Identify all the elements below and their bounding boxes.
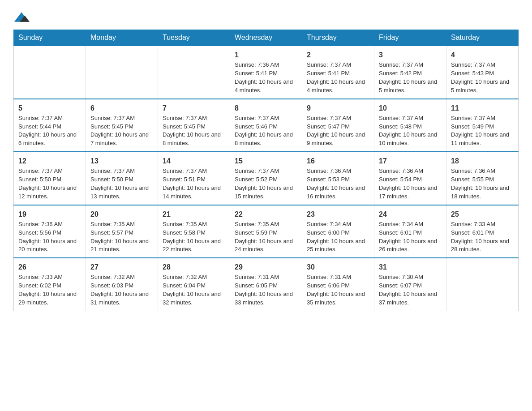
calendar-cell: 5Sunrise: 7:37 AMSunset: 5:44 PMDaylight… (14, 99, 86, 152)
calendar-cell: 6Sunrise: 7:37 AMSunset: 5:45 PMDaylight… (86, 99, 158, 152)
calendar-cell (158, 46, 230, 99)
calendar-cell: 7Sunrise: 7:37 AMSunset: 5:45 PMDaylight… (158, 99, 230, 152)
day-number: 11 (451, 103, 514, 113)
weekday-header-thursday: Thursday (302, 30, 374, 46)
calendar-cell: 27Sunrise: 7:32 AMSunset: 6:03 PMDayligh… (86, 258, 158, 311)
calendar-cell: 8Sunrise: 7:37 AMSunset: 5:46 PMDaylight… (230, 99, 302, 152)
day-number: 29 (235, 262, 297, 272)
day-number: 19 (18, 209, 81, 219)
calendar-cell: 30Sunrise: 7:31 AMSunset: 6:06 PMDayligh… (302, 258, 374, 311)
day-number: 27 (90, 262, 153, 272)
day-number: 16 (307, 156, 369, 166)
calendar-cell (446, 258, 519, 311)
calendar-cell: 19Sunrise: 7:36 AMSunset: 5:56 PMDayligh… (14, 205, 86, 258)
day-number: 22 (235, 209, 297, 219)
calendar-cell: 9Sunrise: 7:37 AMSunset: 5:47 PMDaylight… (302, 99, 374, 152)
calendar-cell: 21Sunrise: 7:35 AMSunset: 5:58 PMDayligh… (158, 205, 230, 258)
day-number: 28 (163, 262, 225, 272)
day-number: 20 (90, 209, 153, 219)
calendar-table: SundayMondayTuesdayWednesdayThursdayFrid… (13, 30, 519, 311)
week-row-1: 1Sunrise: 7:36 AMSunset: 5:41 PMDaylight… (14, 46, 519, 99)
calendar-cell: 13Sunrise: 7:37 AMSunset: 5:50 PMDayligh… (86, 152, 158, 205)
page-header (13, 9, 519, 25)
day-number: 7 (163, 103, 225, 113)
day-number: 13 (90, 156, 153, 166)
calendar-cell: 24Sunrise: 7:34 AMSunset: 6:01 PMDayligh… (374, 205, 446, 258)
calendar-cell: 20Sunrise: 7:35 AMSunset: 5:57 PMDayligh… (86, 205, 158, 258)
day-number: 30 (307, 262, 369, 272)
day-number: 15 (235, 156, 297, 166)
day-number: 21 (163, 209, 225, 219)
day-number: 12 (18, 156, 81, 166)
calendar-cell: 29Sunrise: 7:31 AMSunset: 6:05 PMDayligh… (230, 258, 302, 311)
calendar-cell: 22Sunrise: 7:35 AMSunset: 5:59 PMDayligh… (230, 205, 302, 258)
calendar-cell: 18Sunrise: 7:36 AMSunset: 5:55 PMDayligh… (446, 152, 519, 205)
day-number: 10 (379, 103, 442, 113)
calendar-cell: 11Sunrise: 7:37 AMSunset: 5:49 PMDayligh… (446, 99, 519, 152)
calendar-cell: 3Sunrise: 7:37 AMSunset: 5:42 PMDaylight… (374, 46, 446, 99)
calendar-cell: 25Sunrise: 7:33 AMSunset: 6:01 PMDayligh… (446, 205, 519, 258)
day-number: 18 (451, 156, 514, 166)
day-number: 5 (18, 103, 81, 113)
weekday-header-monday: Monday (86, 30, 158, 46)
calendar-cell: 17Sunrise: 7:36 AMSunset: 5:54 PMDayligh… (374, 152, 446, 205)
weekday-header-wednesday: Wednesday (230, 30, 302, 46)
day-number: 1 (235, 50, 297, 60)
logo (13, 9, 32, 25)
calendar-cell (14, 46, 86, 99)
day-number: 9 (307, 103, 369, 113)
weekday-header-saturday: Saturday (446, 30, 519, 46)
week-row-2: 5Sunrise: 7:37 AMSunset: 5:44 PMDaylight… (14, 99, 519, 152)
day-number: 14 (163, 156, 225, 166)
week-row-5: 26Sunrise: 7:33 AMSunset: 6:02 PMDayligh… (14, 258, 519, 311)
day-number: 2 (307, 50, 369, 60)
calendar-cell: 28Sunrise: 7:32 AMSunset: 6:04 PMDayligh… (158, 258, 230, 311)
calendar-cell: 23Sunrise: 7:34 AMSunset: 6:00 PMDayligh… (302, 205, 374, 258)
week-row-4: 19Sunrise: 7:36 AMSunset: 5:56 PMDayligh… (14, 205, 519, 258)
calendar-cell: 2Sunrise: 7:37 AMSunset: 5:41 PMDaylight… (302, 46, 374, 99)
day-number: 17 (379, 156, 442, 166)
day-number: 3 (379, 50, 442, 60)
day-number: 26 (18, 262, 81, 272)
day-number: 24 (379, 209, 442, 219)
weekday-header-sunday: Sunday (14, 30, 86, 46)
weekday-header-tuesday: Tuesday (158, 30, 230, 46)
calendar-cell (86, 46, 158, 99)
calendar-cell: 14Sunrise: 7:37 AMSunset: 5:51 PMDayligh… (158, 152, 230, 205)
calendar-cell: 12Sunrise: 7:37 AMSunset: 5:50 PMDayligh… (14, 152, 86, 205)
day-number: 31 (379, 262, 442, 272)
day-number: 4 (451, 50, 514, 60)
logo-icon (13, 9, 30, 25)
weekday-header-row: SundayMondayTuesdayWednesdayThursdayFrid… (14, 30, 519, 46)
day-number: 23 (307, 209, 369, 219)
calendar-cell: 26Sunrise: 7:33 AMSunset: 6:02 PMDayligh… (14, 258, 86, 311)
calendar-cell: 31Sunrise: 7:30 AMSunset: 6:07 PMDayligh… (374, 258, 446, 311)
calendar-cell: 16Sunrise: 7:36 AMSunset: 5:53 PMDayligh… (302, 152, 374, 205)
day-number: 25 (451, 209, 514, 219)
week-row-3: 12Sunrise: 7:37 AMSunset: 5:50 PMDayligh… (14, 152, 519, 205)
calendar-cell: 10Sunrise: 7:37 AMSunset: 5:48 PMDayligh… (374, 99, 446, 152)
calendar-cell: 1Sunrise: 7:36 AMSunset: 5:41 PMDaylight… (230, 46, 302, 99)
weekday-header-friday: Friday (374, 30, 446, 46)
day-number: 8 (235, 103, 297, 113)
day-number: 6 (90, 103, 153, 113)
calendar-cell: 15Sunrise: 7:37 AMSunset: 5:52 PMDayligh… (230, 152, 302, 205)
calendar-cell: 4Sunrise: 7:37 AMSunset: 5:43 PMDaylight… (446, 46, 519, 99)
